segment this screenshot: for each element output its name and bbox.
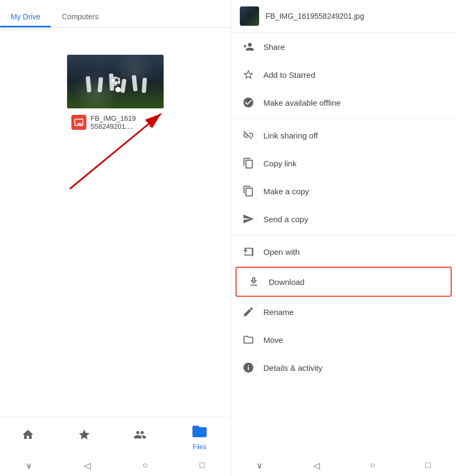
menu-item-download[interactable]: Download (237, 268, 451, 296)
left-panel: FB_IMG_1619558249201.... ⋮ (0, 28, 231, 422)
file-name: FB_IMG_1619558249201.... (91, 114, 136, 130)
soccer-image (67, 55, 164, 108)
menu-thumb-image (240, 6, 259, 26)
nav-starred[interactable] (71, 424, 97, 449)
people-icon (134, 428, 146, 444)
copy-link-icon (242, 157, 255, 170)
menu-header: FB_IMG_1619558249201.jpg (231, 0, 456, 33)
divider-1 (231, 119, 456, 119)
android-back-left[interactable]: ◁ (78, 457, 97, 474)
star-nav-icon (78, 428, 91, 444)
menu-thumbnail (240, 6, 259, 26)
home-icon (21, 428, 34, 444)
open-with-icon (242, 245, 255, 258)
person-add-icon (242, 40, 255, 53)
download-highlight-border: Download (236, 267, 452, 297)
android-recents-left[interactable]: □ (193, 457, 211, 473)
rename-icon (242, 305, 255, 318)
android-nav-left: ∨ ◁ ○ □ (0, 455, 231, 476)
open-with-label: Open with (263, 247, 300, 257)
star-icon (242, 68, 255, 81)
download-label: Download (269, 277, 305, 287)
android-nav-right: ∨ ◁ ○ □ (231, 455, 456, 476)
move-icon (242, 333, 255, 346)
bottom-nav: Files (0, 417, 231, 455)
tab-computers[interactable]: Computers (51, 6, 109, 27)
make-copy-icon (242, 185, 255, 197)
android-recents-right[interactable]: □ (419, 457, 437, 473)
menu-filename: FB_IMG_1619558249201.jpg (266, 12, 364, 20)
soccer-players-bg (67, 55, 164, 108)
file-area: FB_IMG_1619558249201.... ⋮ (0, 28, 231, 131)
menu-item-link-sharing[interactable]: Link sharing off (231, 121, 456, 149)
menu-item-starred[interactable]: Add to Starred (231, 61, 456, 89)
android-dropdown-left[interactable]: ∨ (19, 457, 39, 474)
menu-item-move[interactable]: Move (231, 326, 456, 354)
menu-item-make-copy[interactable]: Make a copy (231, 177, 456, 205)
send-icon (242, 213, 255, 225)
send-copy-label: Send a copy (263, 215, 308, 224)
menu-item-offline[interactable]: Make available offline (231, 89, 456, 116)
offline-label: Make available offline (263, 98, 341, 107)
file-type-icon (71, 115, 86, 130)
info-icon (242, 361, 255, 374)
copy-link-label: Copy link (263, 159, 297, 168)
file-thumbnail[interactable] (67, 55, 164, 108)
download-icon (247, 275, 260, 288)
link-off-icon (242, 129, 255, 142)
more-options-button[interactable]: ⋮ (140, 114, 159, 131)
menu-item-rename[interactable]: Rename (231, 298, 456, 326)
nav-home[interactable] (15, 424, 41, 449)
menu-item-copy-link[interactable]: Copy link (231, 149, 456, 177)
rename-label: Rename (263, 307, 294, 317)
files-nav-label: Files (193, 443, 206, 451)
tab-my-drive[interactable]: My Drive (0, 6, 51, 27)
context-menu-panel: FB_IMG_1619558249201.jpg Share Add to St… (231, 0, 456, 476)
android-dropdown-right[interactable]: ∨ (250, 457, 269, 474)
android-back-right[interactable]: ◁ (307, 457, 326, 474)
menu-item-details[interactable]: Details & activity (231, 354, 456, 382)
folder-icon (190, 422, 209, 441)
make-copy-label: Make a copy (263, 187, 309, 196)
file-label-row: FB_IMG_1619558249201.... ⋮ (71, 114, 160, 131)
menu-item-share[interactable]: Share (231, 33, 456, 61)
check-circle-icon (242, 96, 255, 109)
android-home-right[interactable]: ○ (364, 457, 382, 473)
menu-item-open-with[interactable]: Open with (231, 238, 456, 266)
link-sharing-label: Link sharing off (263, 131, 318, 140)
android-home-left[interactable]: ○ (136, 457, 155, 473)
share-label: Share (263, 42, 285, 52)
menu-item-send-copy[interactable]: Send a copy (231, 205, 456, 233)
starred-label: Add to Starred (263, 70, 315, 79)
move-label: Move (263, 335, 283, 345)
details-label: Details & activity (263, 363, 322, 372)
nav-shared[interactable] (127, 424, 153, 449)
nav-files[interactable]: Files (183, 418, 216, 455)
divider-2 (231, 235, 456, 236)
